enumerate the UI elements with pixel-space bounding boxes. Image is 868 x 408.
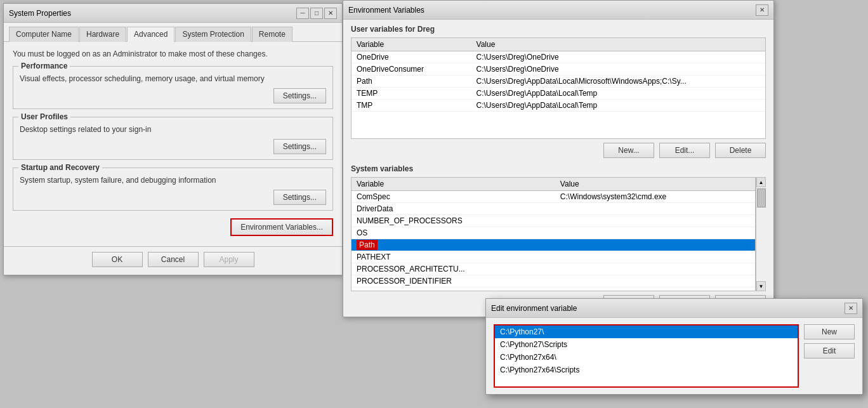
- environment-variables-window: Environment Variables ✕ User variables f…: [343, 0, 774, 317]
- list-item[interactable]: C:\Python27\: [495, 326, 798, 338]
- sys-vars-scrollbar[interactable]: ▲ ▼: [756, 177, 766, 291]
- edit-env-list: C:\Python27\C:\Python27\ScriptsC:\Python…: [495, 326, 798, 376]
- var-name-cell: PATHEXT: [352, 251, 555, 263]
- apply-button[interactable]: Apply: [204, 252, 254, 267]
- title-bar-controls: ─ □ ✕: [296, 8, 337, 19]
- edit-env-content: C:\Python27\C:\Python27\ScriptsC:\Python…: [486, 318, 862, 394]
- edit-env-title: Edit environment variable: [491, 304, 577, 313]
- user-variables-table: Variable Value OneDriveC:\Users\Dreg\One…: [352, 38, 765, 112]
- table-row[interactable]: ComSpecC:\Windows\system32\cmd.exe: [352, 191, 755, 203]
- edit-env-list-wrapper[interactable]: C:\Python27\C:\Python27\ScriptsC:\Python…: [494, 324, 799, 388]
- cancel-button[interactable]: Cancel: [148, 252, 199, 267]
- var-value-cell: C:\Users\Dreg\AppData\Local\Temp: [471, 100, 765, 112]
- tab-advanced-content: You must be logged on as an Administrato…: [4, 42, 342, 244]
- table-row[interactable]: PathC:\Users\Dreg\AppData\Local\Microsof…: [352, 76, 765, 88]
- table-row[interactable]: OneDriveConsumerC:\Users\Dreg\OneDrive: [352, 63, 765, 76]
- user-variables-section: User variables for Dreg Variable Value O…: [351, 25, 766, 158]
- edit-env-close-button[interactable]: ✕: [845, 303, 857, 314]
- edit-env-new-button[interactable]: New: [804, 324, 855, 339]
- table-row[interactable]: NUMBER_OF_PROCESSORS: [352, 215, 755, 227]
- startup-recovery-desc: System startup, system failure, and debu…: [20, 176, 326, 185]
- system-variables-section: System variables Variable Value ComSpecC…: [351, 164, 766, 310]
- env-vars-button[interactable]: Environment Variables...: [230, 218, 333, 236]
- user-var-col-value: Value: [471, 38, 765, 51]
- var-value-cell: C:\Windows\system32\cmd.exe: [555, 191, 755, 203]
- sys-var-col-value: Value: [555, 178, 755, 191]
- user-profiles-desc: Desktop settings related to your sign-in: [20, 125, 326, 134]
- table-row[interactable]: TMPC:\Users\Dreg\AppData\Local\Temp: [352, 100, 765, 112]
- table-row[interactable]: TEMPC:\Users\Dreg\AppData\Local\Temp: [352, 88, 765, 100]
- scroll-up-arrow[interactable]: ▲: [756, 177, 766, 187]
- tab-system-protection[interactable]: System Protection: [175, 27, 251, 42]
- user-variables-title: User variables for Dreg: [351, 25, 766, 34]
- var-value-cell: [555, 275, 755, 287]
- list-item[interactable]: C:\Python27x64\: [495, 351, 798, 364]
- system-variables-table-wrapper[interactable]: Variable Value ComSpecC:\Windows\system3…: [351, 177, 756, 291]
- edit-env-dialog: Edit environment variable ✕ C:\Python27\…: [485, 298, 863, 395]
- user-profiles-settings-button[interactable]: Settings...: [273, 139, 326, 154]
- var-name-cell: TEMP: [352, 88, 471, 100]
- list-item[interactable]: C:\Python27x64\Scripts: [495, 364, 798, 376]
- edit-env-right-buttons: New Edit: [804, 324, 855, 388]
- minimize-button[interactable]: ─: [296, 8, 309, 19]
- user-profiles-label: User Profiles: [18, 112, 70, 121]
- user-variables-table-wrapper[interactable]: Variable Value OneDriveC:\Users\Dreg\One…: [351, 37, 766, 139]
- var-value-cell: [555, 215, 755, 227]
- user-vars-buttons: New... Edit... Delete: [351, 143, 766, 158]
- bottom-buttons: OK Cancel Apply: [4, 246, 342, 275]
- user-vars-edit-button[interactable]: Edit...: [659, 143, 710, 158]
- edit-env-title-bar: Edit environment variable ✕: [486, 299, 862, 318]
- var-name-cell: Path: [352, 239, 555, 251]
- var-name-cell: OS: [352, 227, 555, 239]
- var-value-cell: [555, 251, 755, 263]
- var-value-cell: [555, 227, 755, 239]
- performance-settings-button[interactable]: Settings...: [273, 88, 326, 103]
- env-vars-title-controls: ✕: [756, 4, 768, 16]
- maximize-button[interactable]: □: [310, 8, 323, 19]
- var-value-cell: C:\Users\Dreg\AppData\Local\Temp: [471, 88, 765, 100]
- var-value-cell: [555, 239, 755, 251]
- table-row[interactable]: OS: [352, 227, 755, 239]
- tab-computer-name[interactable]: Computer Name: [9, 27, 79, 42]
- system-props-title: System Properties: [9, 9, 71, 18]
- var-value-cell: C:\Users\Dreg\OneDrive: [471, 51, 765, 63]
- env-vars-close-button[interactable]: ✕: [756, 4, 768, 16]
- edit-env-title-controls: ✕: [845, 303, 857, 314]
- user-vars-delete-button[interactable]: Delete: [715, 143, 766, 158]
- var-name-cell: OneDrive: [352, 51, 471, 63]
- var-name-cell: TMP: [352, 100, 471, 112]
- tab-remote[interactable]: Remote: [252, 27, 293, 42]
- table-row[interactable]: PROCESSOR_IDENTIFIER: [352, 275, 755, 287]
- list-item[interactable]: C:\Python27\Scripts: [495, 338, 798, 351]
- system-variables-title: System variables: [351, 164, 766, 173]
- system-props-title-bar: System Properties ─ □ ✕: [4, 4, 342, 23]
- startup-recovery-settings-button[interactable]: Settings...: [273, 190, 326, 205]
- close-button[interactable]: ✕: [324, 8, 337, 19]
- table-row[interactable]: DriverData: [352, 203, 755, 215]
- edit-env-edit-button[interactable]: Edit: [804, 343, 855, 359]
- user-vars-new-button[interactable]: New...: [603, 143, 654, 158]
- var-value-cell: C:\Users\Dreg\AppData\Local\Microsoft\Wi…: [471, 76, 765, 88]
- scroll-thumb[interactable]: [757, 188, 766, 207]
- startup-recovery-label: Startup and Recovery: [18, 163, 102, 172]
- var-name-cell: OneDriveConsumer: [352, 63, 471, 76]
- ok-button[interactable]: OK: [92, 252, 143, 267]
- table-row[interactable]: Path: [352, 239, 755, 251]
- env-vars-title-bar: Environment Variables ✕: [343, 1, 773, 20]
- user-profiles-group: User Profiles Desktop settings related t…: [13, 117, 333, 160]
- var-name-cell: PROCESSOR_IDENTIFIER: [352, 275, 555, 287]
- system-variables-table: Variable Value ComSpecC:\Windows\system3…: [352, 178, 755, 287]
- table-row[interactable]: OneDriveC:\Users\Dreg\OneDrive: [352, 51, 765, 63]
- tab-hardware[interactable]: Hardware: [79, 27, 126, 42]
- var-name-cell: NUMBER_OF_PROCESSORS: [352, 215, 555, 227]
- var-value-cell: C:\Users\Dreg\OneDrive: [471, 63, 765, 76]
- table-row[interactable]: PROCESSOR_ARCHITECTU...: [352, 263, 755, 275]
- performance-label: Performance: [18, 62, 70, 70]
- table-row[interactable]: PATHEXT: [352, 251, 755, 263]
- system-properties-window: System Properties ─ □ ✕ Computer Name Ha…: [3, 3, 343, 275]
- var-name-cell: DriverData: [352, 203, 555, 215]
- tab-advanced[interactable]: Advanced: [127, 27, 174, 42]
- scroll-down-arrow[interactable]: ▼: [756, 281, 766, 291]
- sys-var-col-variable: Variable: [352, 178, 555, 191]
- system-variables-table-container: Variable Value ComSpecC:\Windows\system3…: [351, 177, 766, 291]
